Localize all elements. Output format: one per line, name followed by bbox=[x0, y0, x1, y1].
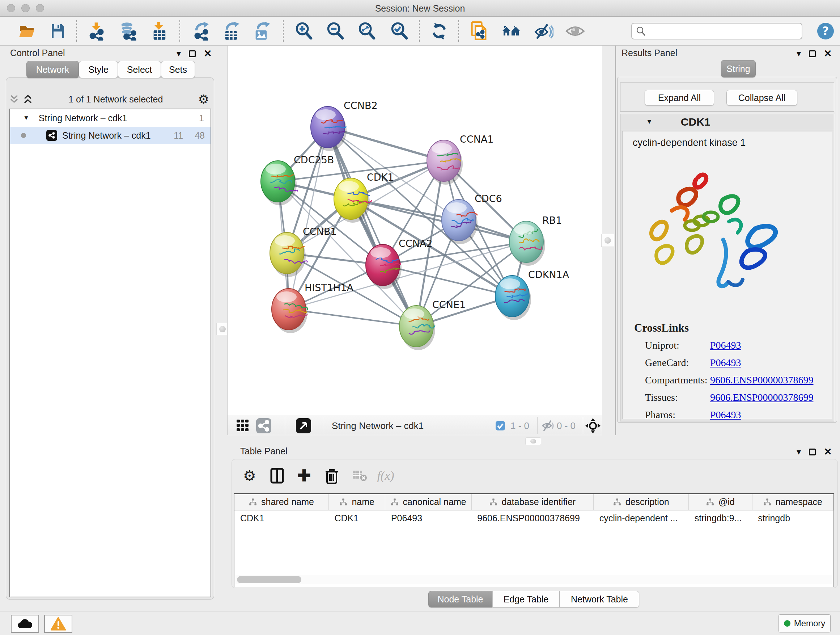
tab-node-table[interactable]: Node Table bbox=[428, 591, 493, 608]
crosslink-link[interactable]: 9606.ENSP00000378699 bbox=[710, 374, 813, 386]
section-collapse-icon[interactable]: ▼ bbox=[646, 118, 653, 126]
table-cell[interactable]: CDK1 bbox=[328, 510, 385, 526]
tree-expand-icon[interactable]: ▼ bbox=[23, 114, 29, 122]
network-node-CCNA1[interactable] bbox=[427, 140, 463, 185]
panel-collapse-icon[interactable]: ▾ bbox=[797, 447, 801, 457]
left-splitter-handle[interactable] bbox=[216, 323, 229, 335]
open-session-button[interactable] bbox=[17, 22, 37, 41]
network-node-CDK1[interactable] bbox=[334, 178, 372, 223]
export-table-button[interactable] bbox=[221, 22, 242, 41]
warnings-button[interactable] bbox=[44, 615, 73, 633]
table-row[interactable]: CDK1CDK1P064939606.ENSP00000378699cyclin… bbox=[234, 510, 834, 526]
table-horizontal-scrollbar[interactable] bbox=[235, 575, 832, 584]
network-edge[interactable] bbox=[328, 127, 416, 326]
panel-collapse-icon[interactable]: ▾ bbox=[797, 49, 801, 59]
crosslink-link[interactable]: 9606.ENSP00000378699 bbox=[710, 392, 813, 403]
right-splitter-handle[interactable] bbox=[601, 234, 614, 247]
column-header-description[interactable]: description bbox=[594, 494, 689, 510]
column-header-canonical-name[interactable]: canonical name bbox=[385, 494, 471, 510]
refresh-view-button[interactable] bbox=[429, 22, 449, 41]
tab-select[interactable]: Select bbox=[118, 61, 161, 78]
column-header-namespace[interactable]: namespace bbox=[752, 494, 833, 510]
network-collection-row[interactable]: ▼ String Network – cdk1 1 bbox=[10, 109, 210, 127]
column-header-name[interactable]: name bbox=[328, 494, 385, 510]
panel-close-icon[interactable]: ✕ bbox=[824, 446, 832, 458]
collapse-all-button[interactable]: Collapse All bbox=[726, 90, 797, 106]
table-cell[interactable]: cyclin-dependent ... bbox=[594, 510, 689, 526]
tab-string-results[interactable]: String bbox=[721, 60, 756, 78]
import-table-button[interactable] bbox=[150, 22, 170, 41]
delete-table-button[interactable] bbox=[350, 467, 369, 485]
zoom-selected-button[interactable] bbox=[389, 22, 409, 41]
network-row-selected[interactable]: String Network – cdk1 11 48 bbox=[10, 127, 210, 144]
tab-edge-table[interactable]: Edge Table bbox=[493, 591, 560, 608]
table-splitter-handle[interactable] bbox=[525, 437, 541, 445]
selected-checkbox[interactable] bbox=[495, 421, 505, 431]
table-options-button[interactable]: ⚙ bbox=[240, 467, 259, 485]
zoom-out-button[interactable] bbox=[325, 22, 346, 41]
import-network-database-button[interactable] bbox=[118, 22, 138, 41]
network-node-CCNA2[interactable] bbox=[366, 244, 401, 289]
toolbar-search-field[interactable] bbox=[631, 23, 802, 40]
collapse-all-icon[interactable] bbox=[9, 94, 19, 104]
network-overview-share-button[interactable] bbox=[255, 417, 272, 434]
import-network-file-button[interactable] bbox=[86, 22, 106, 41]
results-splitter[interactable] bbox=[615, 46, 616, 435]
delete-column-button[interactable] bbox=[322, 467, 341, 485]
network-node-RB1[interactable] bbox=[509, 221, 545, 266]
splitter-dot-icon bbox=[605, 237, 611, 244]
scrollbar-thumb[interactable] bbox=[237, 576, 302, 583]
save-session-button[interactable] bbox=[48, 22, 68, 41]
search-input[interactable] bbox=[646, 26, 802, 36]
panel-close-icon[interactable]: ✕ bbox=[204, 48, 212, 59]
help-button[interactable]: ? bbox=[815, 22, 836, 41]
panel-float-icon[interactable] bbox=[809, 50, 816, 57]
zoom-in-button[interactable] bbox=[294, 22, 314, 41]
expand-all-button[interactable]: Expand All bbox=[645, 90, 714, 106]
panel-float-icon[interactable] bbox=[809, 448, 816, 455]
panel-float-icon[interactable] bbox=[189, 50, 196, 57]
crosslink-link[interactable]: P06493 bbox=[710, 357, 741, 369]
show-all-button[interactable] bbox=[565, 22, 585, 41]
panel-collapse-icon[interactable]: ▾ bbox=[177, 49, 181, 59]
create-column-button[interactable]: ✚ bbox=[295, 467, 314, 485]
table-cell[interactable]: 9606.ENSP00000378699 bbox=[471, 510, 593, 526]
network-node-CCNB2[interactable] bbox=[311, 106, 347, 151]
network-node-CCNE1[interactable] bbox=[399, 306, 435, 350]
network-view-canvas[interactable]: CCNB2CCNA1CDC25BCDK1CDC6RB1CCNB1CCNA2CDK… bbox=[227, 46, 602, 416]
show-columns-button[interactable] bbox=[268, 467, 286, 485]
tab-style[interactable]: Style bbox=[79, 61, 118, 78]
birdseye-view-button[interactable] bbox=[295, 417, 312, 434]
column-header-shared-name[interactable]: shared name bbox=[234, 494, 328, 510]
tab-sets[interactable]: Sets bbox=[161, 61, 195, 78]
crosslink-link[interactable]: P06493 bbox=[710, 340, 741, 351]
table-cell[interactable]: stringdb:9... bbox=[689, 510, 752, 526]
table-cell[interactable]: P06493 bbox=[385, 510, 471, 526]
hide-selected-button[interactable] bbox=[534, 22, 554, 41]
tab-network-table[interactable]: Network Table bbox=[560, 591, 639, 608]
zoom-fit-button[interactable] bbox=[357, 22, 377, 41]
network-node-CDC25B[interactable] bbox=[261, 161, 298, 205]
tab-network[interactable]: Network bbox=[27, 61, 79, 78]
table-cell[interactable]: CDK1 bbox=[234, 510, 328, 526]
column-header--id[interactable]: @id bbox=[689, 494, 752, 510]
apply-function-button[interactable]: f(x) bbox=[376, 467, 395, 485]
network-node-CDKN1A[interactable] bbox=[495, 276, 531, 320]
export-network-file-button[interactable] bbox=[192, 22, 212, 41]
table-cell[interactable]: stringdb bbox=[752, 510, 833, 526]
export-image-button[interactable] bbox=[252, 22, 272, 41]
panel-close-icon[interactable]: ✕ bbox=[824, 48, 832, 59]
show-grid-button[interactable] bbox=[234, 417, 251, 434]
memory-button[interactable]: Memory bbox=[778, 614, 831, 632]
fit-content-button[interactable] bbox=[584, 417, 602, 434]
cdk1-section-header[interactable]: ▼ CDK1 bbox=[620, 114, 834, 130]
network-edge[interactable] bbox=[289, 309, 416, 326]
network-options-gear-icon[interactable]: ⚙ bbox=[198, 92, 209, 106]
crosslink-link[interactable]: P06493 bbox=[710, 409, 741, 421]
home-layout-button[interactable] bbox=[501, 22, 522, 41]
expand-all-icon[interactable] bbox=[22, 94, 33, 104]
cloud-status-button[interactable] bbox=[11, 615, 39, 633]
clone-network-button[interactable] bbox=[469, 22, 489, 41]
network-node-HIST1H1A[interactable] bbox=[272, 288, 308, 333]
column-header-database-identifier[interactable]: database identifier bbox=[471, 494, 593, 510]
